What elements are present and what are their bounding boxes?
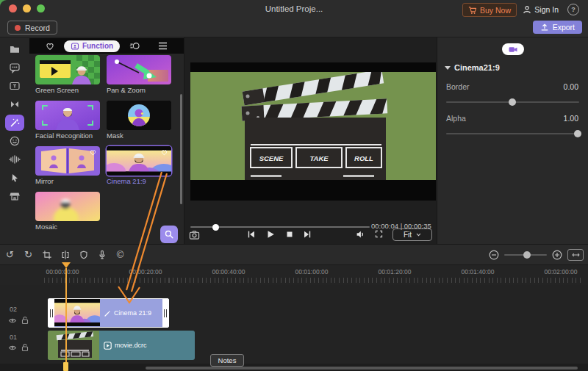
zoom-out-icon[interactable] (489, 250, 499, 260)
track-number: 01 (10, 334, 17, 341)
sidebar-item-transitions[interactable] (5, 96, 24, 112)
buy-now-button[interactable]: Buy Now (462, 3, 517, 17)
track-visibility-eye-icon[interactable] (8, 317, 17, 325)
seek-thumb[interactable] (212, 224, 219, 231)
effect-properties-header[interactable]: Cinema21:9 (445, 63, 500, 72)
border-slider-thumb[interactable] (509, 98, 516, 106)
effect-label: Cinema 21:9 (107, 177, 171, 185)
track-lock-icon[interactable] (21, 343, 29, 352)
fit-dropdown-value: Fit (404, 231, 412, 239)
track-lock-icon[interactable] (21, 316, 29, 325)
play-badge-icon (104, 342, 112, 350)
preview-pane: SCENE TAKE ROLL 00:00:04 | 00:00:35 Fit (184, 37, 437, 244)
mosaic-thumbnail (35, 192, 100, 221)
playhead-handle[interactable] (62, 262, 71, 268)
preview-seek-bar[interactable] (190, 226, 370, 228)
effect-item-mask[interactable]: Mask (107, 101, 171, 140)
magic-wand-icon (9, 117, 21, 129)
zoom-slider-thumb[interactable] (523, 251, 531, 259)
effect-label: Mosaic (35, 223, 100, 231)
track-visibility-eye-icon[interactable] (8, 344, 17, 352)
mask-thumbnail (107, 101, 171, 130)
effects-panel-scrollbar[interactable] (180, 94, 182, 204)
microphone-icon[interactable] (96, 248, 108, 261)
effect-item-mirror[interactable]: Mirror (35, 146, 100, 185)
pan-zoom-thumbnail (107, 55, 171, 84)
movie-clip-body: movie.dcrc (99, 331, 195, 360)
volume-icon[interactable] (355, 229, 365, 239)
sidebar-item-audio-mixer[interactable] (5, 151, 24, 168)
sign-in-label: Sign In (534, 5, 559, 14)
timeline-ruler[interactable]: 00:00:00:00 00:00:20:00 00:00:40:00 00:0… (0, 265, 588, 285)
effect-item-cinema-219[interactable]: Cinema 21:9 (107, 146, 171, 185)
next-frame-icon[interactable] (302, 229, 312, 239)
sidebar-item-audio-comments[interactable] (5, 60, 24, 76)
clip-trim-handle-right[interactable] (162, 299, 168, 327)
alpha-label: Alpha (446, 114, 466, 123)
effect-item-green-screen[interactable]: Green Screen (35, 55, 100, 94)
sidebar-item-store[interactable] (5, 188, 24, 204)
favorite-heart-icon[interactable] (160, 148, 168, 156)
record-dot-icon (15, 25, 21, 31)
search-button[interactable] (160, 226, 178, 243)
favorite-heart-icon[interactable] (89, 148, 97, 156)
undo-icon[interactable]: ↺ (4, 248, 16, 261)
tab-video-effect[interactable] (502, 43, 524, 55)
alpha-slider[interactable] (446, 133, 579, 134)
speed-effects-tab[interactable] (129, 41, 140, 51)
sign-in-button[interactable]: Sign In (523, 4, 559, 15)
cinema-clip-label: Cinema 21:9 (114, 309, 151, 317)
sidebar-item-titles[interactable] (5, 78, 24, 94)
menu-icon[interactable] (158, 42, 168, 50)
border-slider[interactable] (446, 101, 579, 103)
ruler-tick-label: 00:01:40:00 (462, 268, 495, 275)
search-icon (164, 229, 174, 239)
effect-item-facial-recognition[interactable]: Facial Recognition (35, 101, 100, 140)
zoom-in-icon[interactable] (552, 250, 562, 260)
effect-item-pan-zoom[interactable]: Pan & Zoom (107, 55, 171, 94)
timeline-zoom-slider[interactable] (504, 254, 547, 256)
export-button[interactable]: Export (533, 21, 582, 34)
video-viewport[interactable]: SCENE TAKE ROLL (190, 62, 436, 201)
effect-label: Green Screen (35, 86, 100, 94)
ruler-tick-label: 00:02:00:00 (545, 268, 578, 275)
split-icon[interactable] (59, 248, 71, 261)
movie-clip-label: movie.dcrc (115, 342, 147, 349)
redo-icon[interactable]: ↻ (22, 248, 35, 261)
playhead-line[interactable] (65, 268, 67, 371)
crop-icon[interactable] (40, 248, 53, 261)
fit-zoom-dropdown[interactable]: Fit (392, 228, 432, 241)
function-tab-label: Function (82, 42, 113, 50)
effect-name: Cinema21:9 (454, 63, 500, 72)
sidebar-item-media[interactable] (5, 41, 24, 57)
buy-now-label: Buy Now (480, 6, 511, 15)
timeline-clip-movie[interactable]: movie.dcrc (48, 331, 195, 360)
marker-shield-icon[interactable] (77, 248, 90, 261)
mirror-thumbnail (35, 146, 100, 176)
effect-item-mosaic[interactable]: Mosaic (35, 192, 100, 231)
video-camera-icon (508, 46, 518, 54)
tab-function[interactable]: Function (64, 40, 120, 52)
green-screen-thumbnail (35, 55, 100, 84)
help-icon[interactable]: ? (567, 4, 579, 15)
alpha-slider-thumb[interactable] (574, 130, 581, 137)
clapper-take-label: TAKE (309, 154, 329, 162)
previous-frame-icon[interactable] (246, 229, 257, 239)
copyright-icon[interactable]: © (114, 248, 126, 261)
snapshot-camera-icon[interactable] (189, 229, 200, 240)
cinema-clip-body: Cinema 21:9 (100, 299, 162, 327)
play-icon[interactable] (265, 229, 276, 239)
fit-timeline-icon[interactable] (567, 249, 584, 261)
clip-trim-handle-left[interactable] (49, 299, 54, 327)
favorites-tab[interactable] (45, 41, 55, 51)
sidebar-item-effects[interactable] (5, 115, 24, 131)
sidebar-item-stickers[interactable] (5, 133, 24, 149)
fullscreen-icon[interactable] (374, 229, 384, 239)
clapper-scene-label: SCENE (259, 154, 284, 162)
export-label: Export (553, 23, 575, 32)
record-button[interactable]: Record (7, 21, 57, 35)
sidebar-item-cursor[interactable] (5, 170, 24, 186)
clapperboard-image: SCENE TAKE ROLL (233, 72, 389, 180)
timeline-horizontal-scrollbar[interactable] (146, 367, 578, 370)
stop-icon[interactable] (284, 229, 295, 239)
